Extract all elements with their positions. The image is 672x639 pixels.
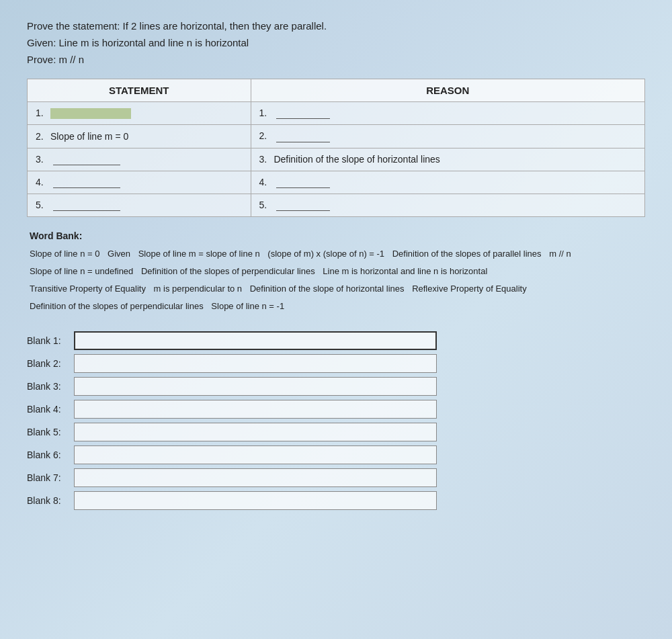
word-bank-item-reflexive: Reflexive Property of Equality <box>412 284 527 294</box>
reason-blank-4 <box>276 177 330 188</box>
blank-input-7[interactable] <box>74 468 437 487</box>
word-bank-item: Line m is horizontal and line n is horiz… <box>323 266 487 276</box>
statement-cell-1: 1. <box>28 102 251 125</box>
table-row: 4. 4. <box>28 171 645 194</box>
blank-input-2[interactable] <box>74 354 437 373</box>
word-bank-item-perp: Definition of the slopes of perpendicula… <box>30 301 204 311</box>
statement-cell-4: 4. <box>28 171 251 194</box>
blank-input-1[interactable] <box>74 331 437 350</box>
blank-input-5[interactable] <box>74 423 437 441</box>
word-bank-item: Definition of the slope of horizontal li… <box>250 284 405 294</box>
word-bank-section: Word Bank: Slope of line n = 0 Given Slo… <box>27 230 645 315</box>
word-bank-item: m // n <box>549 249 571 259</box>
blank-input-4[interactable] <box>74 400 437 419</box>
blank-label-3: Blank 3: <box>27 381 74 392</box>
blank-row-4: Blank 4: <box>27 400 645 419</box>
intro-line3: Prove: m // n <box>27 54 645 65</box>
reason-cell-5: 5. <box>251 194 645 217</box>
blank-row-2: Blank 2: <box>27 354 645 373</box>
blank-row-6: Blank 6: <box>27 445 645 464</box>
word-bank-item: (slope of m) x (slope of n) = -1 <box>267 249 384 259</box>
blank-label-2: Blank 2: <box>27 358 74 369</box>
blank-row-3: Blank 3: <box>27 377 645 396</box>
blank-label-5: Blank 5: <box>27 427 74 437</box>
intro-line2: Given: Line m is horizontal and line n i… <box>27 37 645 48</box>
table-row: 5. 5. <box>28 194 645 217</box>
intro-line1: Prove the statement: If 2 lines are hori… <box>27 20 645 32</box>
blank-row-5: Blank 5: <box>27 423 645 441</box>
statement-blank-5 <box>53 200 120 211</box>
reason-cell-4: 4. <box>251 171 645 194</box>
reason-cell-3: 3. Definition of the slope of horizontal… <box>251 148 645 171</box>
word-bank-item: m is perpendicular to n <box>154 284 243 294</box>
blank-input-8[interactable] <box>74 491 437 510</box>
statement-cell-5: 5. <box>28 194 251 217</box>
statement-cell-3: 3. <box>28 148 251 171</box>
statement-cell-2: 2. Slope of line m = 0 <box>28 125 251 148</box>
word-bank-item-transitive: Transitive Property of Equality <box>30 284 146 294</box>
blanks-section: Blank 1: Blank 2: Blank 3: Blank 4: Blan… <box>27 331 645 510</box>
proof-table: STATEMENT REASON 1. 1. 2. Slope of line … <box>27 79 645 217</box>
table-row: 2. Slope of line m = 0 2. <box>28 125 645 148</box>
table-row: 1. 1. <box>28 102 645 125</box>
table-row: 3. 3. Definition of the slope of horizon… <box>28 148 645 171</box>
statement-blank-4 <box>53 177 120 188</box>
col-statement-header: STATEMENT <box>28 79 251 102</box>
statement-text-2: Slope of line m = 0 <box>50 131 128 142</box>
blank-row-8: Blank 8: <box>27 491 645 510</box>
blank-label-1: Blank 1: <box>27 335 74 346</box>
word-bank-items: Slope of line n = 0 Given Slope of line … <box>30 245 642 315</box>
blank-input-6[interactable] <box>74 445 437 464</box>
reason-blank-5 <box>276 200 330 211</box>
reason-cell-2: 2. <box>251 125 645 148</box>
word-bank-title: Word Bank: <box>30 230 642 241</box>
word-bank-item: Slope of line n = -1 <box>211 301 284 311</box>
blank-input-3[interactable] <box>74 377 437 396</box>
word-bank-item: Definition of the slopes of perpendicula… <box>141 266 315 276</box>
reason-blank-1 <box>276 108 330 119</box>
word-bank-item: Definition of the slopes of parallel lin… <box>392 249 542 259</box>
blank-row-7: Blank 7: <box>27 468 645 487</box>
reason-blank-2 <box>276 132 330 142</box>
blank-label-6: Blank 6: <box>27 450 74 460</box>
word-bank-item: Slope of line n = undefined <box>30 266 133 276</box>
word-bank-item: Slope of line m = slope of line n <box>138 249 260 259</box>
word-bank-item: Slope of line n = 0 <box>30 249 99 259</box>
statement-blank-3 <box>53 155 120 165</box>
statement-highlight-blank-1 <box>50 108 131 119</box>
reason-text-3: Definition of the slope of horizontal li… <box>274 154 439 165</box>
blank-label-8: Blank 8: <box>27 495 74 506</box>
reason-cell-1: 1. <box>251 102 645 125</box>
blank-label-7: Blank 7: <box>27 472 74 483</box>
col-reason-header: REASON <box>251 79 645 102</box>
blank-row-1: Blank 1: <box>27 331 645 350</box>
word-bank-item: Given <box>108 249 130 259</box>
row-num-1: 1. <box>36 108 48 118</box>
blank-label-4: Blank 4: <box>27 404 74 415</box>
